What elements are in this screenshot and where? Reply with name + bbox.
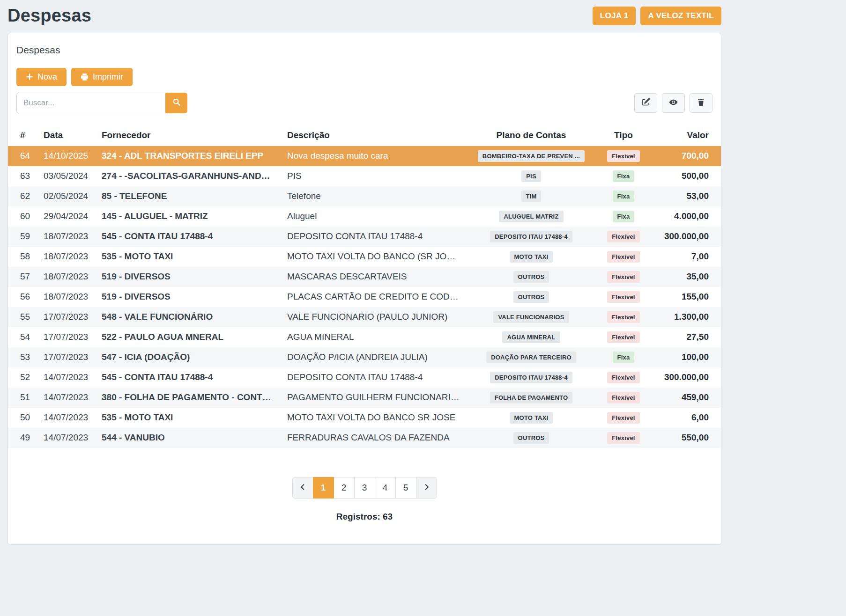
edit-button[interactable] — [634, 93, 657, 113]
row-type-cell: Flexível — [596, 146, 651, 166]
row-date: 18/07/2023 — [38, 267, 96, 287]
column-header-description: Descrição — [282, 125, 466, 146]
printer-icon — [81, 73, 89, 81]
row-id: 50 — [8, 408, 38, 428]
edit-icon — [642, 98, 650, 108]
expenses-table-body: 64 14/10/2025 324 - ADL TRANSPORTES EIRE… — [8, 146, 721, 448]
row-id: 51 — [8, 388, 38, 408]
table-row[interactable]: 56 18/07/2023 519 - DIVERSOS PLACAS CART… — [8, 287, 721, 307]
table-row[interactable]: 59 18/07/2023 545 - CONTA ITAU 17488-4 D… — [8, 227, 721, 247]
table-row[interactable]: 57 18/07/2023 519 - DIVERSOS MASCARAS DE… — [8, 267, 721, 287]
row-supplier: 519 - DIVERSOS — [96, 287, 282, 307]
row-description: PIS — [282, 166, 466, 186]
despesas-card: Despesas Nova — [7, 33, 721, 545]
row-value: 7,00 — [651, 247, 721, 267]
chevron-right-icon — [423, 483, 430, 493]
row-account-cell: TIM — [466, 186, 596, 206]
row-type-cell: Flexível — [596, 267, 651, 287]
account-plan-badge: DOAÇÃO PARA TERCEIRO — [486, 352, 576, 363]
account-plan-badge: MOTO TAXI — [510, 251, 553, 263]
account-plan-badge: ALUGUEL MATRIZ — [499, 211, 563, 222]
row-supplier: 535 - MOTO TAXI — [96, 247, 282, 267]
trash-icon — [697, 98, 705, 108]
row-supplier: 324 - ADL TRANSPORTES EIRELI EPP — [96, 146, 282, 166]
row-type-cell: Fixa — [596, 347, 651, 367]
row-supplier: 545 - CONTA ITAU 17488-4 — [96, 227, 282, 247]
table-row[interactable]: 51 14/07/2023 380 - FOLHA DE PAGAMENTO -… — [8, 388, 721, 408]
search-input[interactable] — [16, 93, 165, 113]
row-description: DOAÇÃO P/ICIA (ANDREIA JULIA) — [282, 347, 466, 367]
pagination-next-button[interactable] — [416, 477, 437, 499]
table-row[interactable]: 64 14/10/2025 324 - ADL TRANSPORTES EIRE… — [8, 146, 721, 166]
row-supplier: 547 - ICIA (DOAÇÃO) — [96, 347, 282, 367]
row-account-cell: OUTROS — [466, 267, 596, 287]
table-wrap: # Data Fornecedor Descrição Plano de Con… — [8, 125, 721, 448]
row-account-cell: DEPOSITO ITAU 17488-4 — [466, 367, 596, 388]
delete-button[interactable] — [690, 93, 712, 113]
row-value: 300.000,00 — [651, 227, 721, 247]
row-description: DEPOSITO CONTA ITAU 17488-4 — [282, 227, 466, 247]
table-row[interactable]: 62 02/05/2024 85 - TELEFONE Telefone TIM… — [8, 186, 721, 206]
row-supplier: 522 - PAULO AGUA MNERAL — [96, 327, 282, 347]
account-plan-badge: DEPOSITO ITAU 17488-4 — [490, 231, 572, 242]
row-description: FERRADURAS CAVALOS DA FAZENDA — [282, 428, 466, 448]
card-header: Despesas — [8, 33, 721, 65]
row-id: 56 — [8, 287, 38, 307]
table-row[interactable]: 49 14/07/2023 544 - VANUBIO FERRADURAS C… — [8, 428, 721, 448]
table-row[interactable]: 50 14/07/2023 535 - MOTO TAXI MOTO TAXI … — [8, 408, 721, 428]
type-badge: Flexível — [607, 392, 639, 403]
account-plan-badge: OUTROS — [513, 291, 549, 303]
pagination-prev-button[interactable] — [292, 477, 313, 499]
row-account-cell: VALE FUNCIONARIOS — [466, 307, 596, 327]
row-type-cell: Flexível — [596, 408, 651, 428]
row-date: 17/07/2023 — [38, 347, 96, 367]
row-description: Aluguel — [282, 206, 466, 227]
row-value: 35,00 — [651, 267, 721, 287]
table-row[interactable]: 63 03/05/2024 274 - -SACOLITAS-GARANHUNS… — [8, 166, 721, 186]
company-button[interactable]: A VELOZ TEXTIL — [640, 7, 721, 25]
pagination-page-2[interactable]: 2 — [334, 477, 355, 499]
column-header-account-plan: Plano de Contas — [466, 125, 596, 146]
pagination-page-1[interactable]: 1 — [313, 477, 334, 499]
row-supplier: 380 - FOLHA DE PAGAMENTO - CONTRA-CH… — [96, 388, 282, 408]
type-badge: Fixa — [613, 191, 635, 202]
row-id: 57 — [8, 267, 38, 287]
account-plan-badge: PIS — [521, 170, 541, 182]
table-row[interactable]: 53 17/07/2023 547 - ICIA (DOAÇÃO) DOAÇÃO… — [8, 347, 721, 367]
row-type-cell: Flexível — [596, 307, 651, 327]
account-plan-badge: OUTROS — [513, 271, 549, 283]
row-description: PLACAS CARTÃO DE CREDITO E CODIGO DE DEF… — [282, 287, 466, 307]
row-type-cell: Flexível — [596, 428, 651, 448]
print-button[interactable]: Imprimir — [71, 68, 133, 86]
row-account-cell: DOAÇÃO PARA TERCEIRO — [466, 347, 596, 367]
row-date: 18/07/2023 — [38, 247, 96, 267]
row-id: 55 — [8, 307, 38, 327]
row-supplier: 544 - VANUBIO — [96, 428, 282, 448]
table-row[interactable]: 60 29/04/2024 145 - ALUGUEL - MATRIZ Alu… — [8, 206, 721, 227]
row-value: 700,00 — [651, 146, 721, 166]
eye-icon — [669, 98, 678, 108]
new-expense-button[interactable]: Nova — [16, 68, 67, 86]
row-id: 63 — [8, 166, 38, 186]
table-row[interactable]: 52 14/07/2023 545 - CONTA ITAU 17488-4 D… — [8, 367, 721, 388]
row-value: 4.000,00 — [651, 206, 721, 227]
column-header-value: Valor — [651, 125, 721, 146]
row-type-cell: Flexível — [596, 327, 651, 347]
type-badge: Flexível — [607, 311, 639, 323]
table-row[interactable]: 58 18/07/2023 535 - MOTO TAXI MOTO TAXI … — [8, 247, 721, 267]
account-plan-badge: FOLHA DE PAGAMENTO — [490, 392, 572, 403]
row-account-cell: MOTO TAXI — [466, 408, 596, 428]
pagination-page-5[interactable]: 5 — [395, 477, 416, 499]
row-description: DEPOSITO CONTA ITAU 17488-4 — [282, 367, 466, 388]
type-badge: Flexível — [607, 331, 639, 343]
type-badge: Fixa — [613, 211, 635, 222]
table-row[interactable]: 54 17/07/2023 522 - PAULO AGUA MNERAL AG… — [8, 327, 721, 347]
table-row[interactable]: 55 17/07/2023 548 - VALE FUNCIONÁRIO VAL… — [8, 307, 721, 327]
pagination-page-4[interactable]: 4 — [375, 477, 396, 499]
search-button[interactable] — [165, 93, 187, 113]
controls-row — [16, 93, 712, 113]
view-button[interactable] — [662, 93, 685, 113]
pagination-page-3[interactable]: 3 — [354, 477, 375, 499]
store-button[interactable]: LOJA 1 — [593, 7, 636, 25]
row-id: 52 — [8, 367, 38, 388]
